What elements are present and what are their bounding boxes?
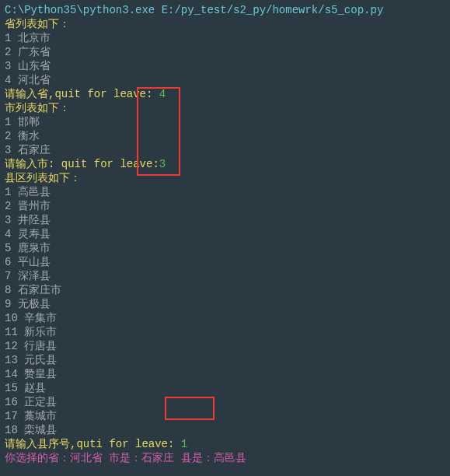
county-item: 11 新乐市 xyxy=(5,325,445,339)
county-item: 16 正定县 xyxy=(5,395,445,409)
county-item: 2 晋州市 xyxy=(5,199,445,213)
county-item: 18 栾城县 xyxy=(5,423,445,437)
county-item: 12 行唐县 xyxy=(5,339,445,353)
county-prompt: 请输入县序号,quti for leave: xyxy=(5,438,181,450)
province-prompt-line: 请输入省,quit for leave: 4 xyxy=(5,87,445,101)
county-item: 14 赞皇县 xyxy=(5,367,445,381)
county-input[interactable]: 1 xyxy=(181,438,187,450)
county-item: 1 高邑县 xyxy=(5,185,445,199)
selection-result: 你选择的省：河北省 市是：石家庄 县是：高邑县 xyxy=(5,451,445,465)
county-item: 13 元氏县 xyxy=(5,353,445,367)
county-item: 9 无极县 xyxy=(5,297,445,311)
county-item: 10 辛集市 xyxy=(5,311,445,325)
county-item: 3 井陉县 xyxy=(5,213,445,227)
city-item: 3 石家庄 xyxy=(5,143,445,157)
city-input[interactable]: 3 xyxy=(159,158,166,170)
city-prompt: 请输入市: quit for leave: xyxy=(5,158,159,170)
exec-path: C:\Python35\python3.exe E:/py_test/s2_py… xyxy=(5,3,445,17)
province-item: 3 山东省 xyxy=(5,59,445,73)
county-item: 7 深泽县 xyxy=(5,269,445,283)
county-prompt-line: 请输入县序号,quti for leave: 1 xyxy=(5,437,445,451)
province-prompt: 请输入省,quit for leave: xyxy=(5,88,159,100)
county-item: 17 藁城市 xyxy=(5,409,445,423)
blank-line xyxy=(5,465,445,476)
province-list-header: 省列表如下： xyxy=(5,17,445,31)
city-list-header: 市列表如下： xyxy=(5,101,445,115)
terminal-output: C:\Python35\python3.exe E:/py_test/s2_py… xyxy=(5,3,445,476)
province-item: 4 河北省 xyxy=(5,73,445,87)
city-item: 2 衡水 xyxy=(5,129,445,143)
county-item: 8 石家庄市 xyxy=(5,283,445,297)
county-list-header: 县区列表如下： xyxy=(5,171,445,185)
province-item: 1 北京市 xyxy=(5,31,445,45)
county-item: 5 鹿泉市 xyxy=(5,241,445,255)
county-item: 4 灵寿县 xyxy=(5,227,445,241)
city-item: 1 邯郸 xyxy=(5,115,445,129)
province-item: 2 广东省 xyxy=(5,45,445,59)
province-input[interactable]: 4 xyxy=(159,88,166,100)
city-prompt-line: 请输入市: quit for leave:3 xyxy=(5,157,445,171)
county-item: 6 平山县 xyxy=(5,255,445,269)
county-item: 15 赵县 xyxy=(5,381,445,395)
